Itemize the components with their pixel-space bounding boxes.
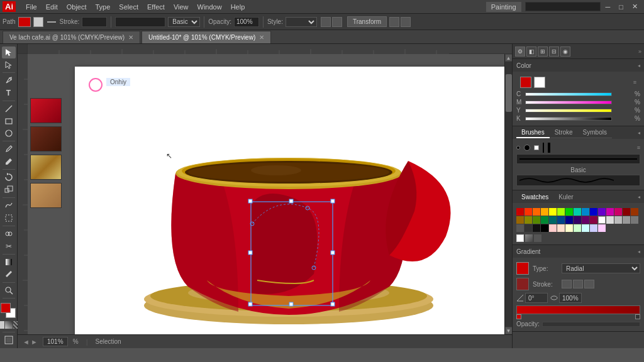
swatch-item[interactable] xyxy=(631,216,638,224)
gradient-panel-header[interactable]: Gradient ◂ xyxy=(513,245,644,258)
gradient-stop-1-swatch[interactable] xyxy=(516,262,529,275)
channel-k-slider[interactable] xyxy=(525,117,612,121)
swatch-item[interactable] xyxy=(549,208,557,216)
scissors-tool[interactable]: ✂ xyxy=(2,240,16,252)
pencil-tool[interactable] xyxy=(2,156,16,168)
channel-y-slider[interactable] xyxy=(525,109,612,112)
gradient-angle-input[interactable] xyxy=(525,293,548,303)
swatch-item[interactable] xyxy=(549,224,557,232)
channel-c-slider[interactable] xyxy=(525,92,612,96)
swatch-item[interactable] xyxy=(590,216,597,224)
canvas-scroll[interactable]: Onhiy xyxy=(28,54,504,334)
swatch-item[interactable] xyxy=(557,208,565,216)
swatch-item[interactable] xyxy=(525,208,532,216)
gradient-mode-btn[interactable] xyxy=(5,321,13,329)
swatch-item[interactable] xyxy=(565,216,573,224)
menu-select[interactable]: Select xyxy=(115,2,142,12)
swatch-item[interactable] xyxy=(557,224,565,232)
swatch-item[interactable] xyxy=(565,224,573,232)
color-panel-header[interactable]: Color ◂ xyxy=(513,59,644,72)
swatches-tab[interactable]: Swatches xyxy=(516,192,553,202)
swatch-item[interactable] xyxy=(631,208,638,216)
color-bg-swatch[interactable] xyxy=(534,77,545,88)
color-menu-icon[interactable]: ≡ xyxy=(633,79,636,85)
rect-tool[interactable] xyxy=(2,115,16,127)
swatch-item[interactable] xyxy=(541,224,548,232)
swatch-item[interactable] xyxy=(614,216,622,224)
zoom-tool[interactable] xyxy=(2,285,16,297)
warp-tool[interactable] xyxy=(2,200,16,212)
gradient-bar[interactable] xyxy=(516,305,640,314)
brush-square-small[interactable] xyxy=(534,145,539,150)
align-icon[interactable] xyxy=(389,17,399,27)
swatches-panel-header[interactable]: Swatches Kuler ◂ xyxy=(513,190,644,203)
gradient-stop-2-swatch[interactable] xyxy=(516,278,529,290)
swatch-item[interactable] xyxy=(533,208,540,216)
minimize-button[interactable]: ─ xyxy=(602,2,614,12)
fill-box[interactable] xyxy=(1,303,11,313)
panel-expand-icon[interactable]: ◧ xyxy=(526,47,536,57)
swatch-item[interactable] xyxy=(549,216,557,224)
gradient-opacity-slider[interactable] xyxy=(542,322,640,327)
stroke-tab[interactable]: Stroke xyxy=(550,128,578,138)
appearance-btn[interactable] xyxy=(321,17,331,27)
artboard[interactable]: Onhiy xyxy=(75,67,504,334)
brush-dot-medium[interactable] xyxy=(524,145,530,151)
panel-settings-icon[interactable]: ⚙ xyxy=(515,47,525,57)
close-button[interactable]: ✕ xyxy=(628,1,641,12)
swatch-item[interactable] xyxy=(606,208,614,216)
swatch-item[interactable] xyxy=(574,224,581,232)
swatches-collapse-icon[interactable]: ◂ xyxy=(638,194,640,200)
color-mode-btn[interactable] xyxy=(0,321,4,329)
swatch-item[interactable] xyxy=(582,216,589,224)
brush-line-thin[interactable] xyxy=(543,143,544,153)
search-input[interactable] xyxy=(525,2,601,11)
line-tool[interactable] xyxy=(2,103,16,115)
stroke-color-box[interactable] xyxy=(33,17,43,27)
brushes-tab[interactable]: Brushes xyxy=(516,128,550,138)
menu-view[interactable]: View xyxy=(170,2,192,12)
menu-edit[interactable]: Edit xyxy=(42,2,62,12)
swatch-item[interactable] xyxy=(598,208,606,216)
gradient-type-select[interactable]: Radial Linear xyxy=(562,263,640,273)
scroll-left-btn[interactable]: ◄ xyxy=(23,338,30,346)
ellipse-tool[interactable] xyxy=(2,128,16,140)
menu-type[interactable]: Type xyxy=(92,2,114,12)
scroll-up-btn[interactable]: ▲ xyxy=(505,54,513,62)
swatch-item[interactable] xyxy=(582,208,589,216)
stroke-option-1[interactable] xyxy=(562,280,572,288)
select-tool[interactable] xyxy=(2,47,16,58)
color-fg-swatch[interactable] xyxy=(520,77,531,88)
swatch-item[interactable] xyxy=(565,208,573,216)
menu-file[interactable]: File xyxy=(22,2,41,12)
maximize-button[interactable]: □ xyxy=(615,2,627,12)
canvas-swatch-gold[interactable] xyxy=(30,155,62,180)
canvas-swatch-tan[interactable] xyxy=(30,183,62,208)
swatch-item[interactable] xyxy=(623,208,630,216)
swatch-item[interactable] xyxy=(516,216,524,224)
distribute-icon[interactable] xyxy=(401,17,411,27)
free-transform-tool[interactable] xyxy=(2,212,16,224)
color-collapse-icon[interactable]: ◂ xyxy=(638,63,640,69)
gradient-collapse-icon[interactable]: ◂ xyxy=(638,249,640,255)
swatch-item[interactable] xyxy=(541,216,548,224)
rotate-tool[interactable] xyxy=(2,172,16,184)
gradient-stop-left[interactable] xyxy=(516,314,521,319)
brush-line-thick[interactable] xyxy=(548,143,550,153)
scroll-thumb[interactable] xyxy=(506,74,512,112)
style-select[interactable] xyxy=(286,17,317,27)
workspace-selector[interactable]: Painting xyxy=(486,2,521,12)
swatch-options-btn[interactable] xyxy=(525,234,533,242)
paintbrush-tool[interactable] xyxy=(2,143,16,155)
stroke-option-2[interactable] xyxy=(573,280,583,288)
shape-builder-tool[interactable] xyxy=(2,228,16,240)
swatch-item[interactable] xyxy=(516,224,524,232)
swatch-item[interactable] xyxy=(557,216,565,224)
tab-close-1[interactable]: ✕ xyxy=(259,34,264,41)
swatch-item[interactable] xyxy=(590,208,597,216)
tab-0[interactable]: Ve lach cafe.ai @ 101% (CMYK/Preview) ✕ xyxy=(3,31,140,43)
menu-help[interactable]: Help xyxy=(227,2,249,12)
opacity-input[interactable] xyxy=(234,17,259,27)
swatch-item[interactable] xyxy=(533,216,540,224)
scroll-track[interactable] xyxy=(505,62,512,327)
